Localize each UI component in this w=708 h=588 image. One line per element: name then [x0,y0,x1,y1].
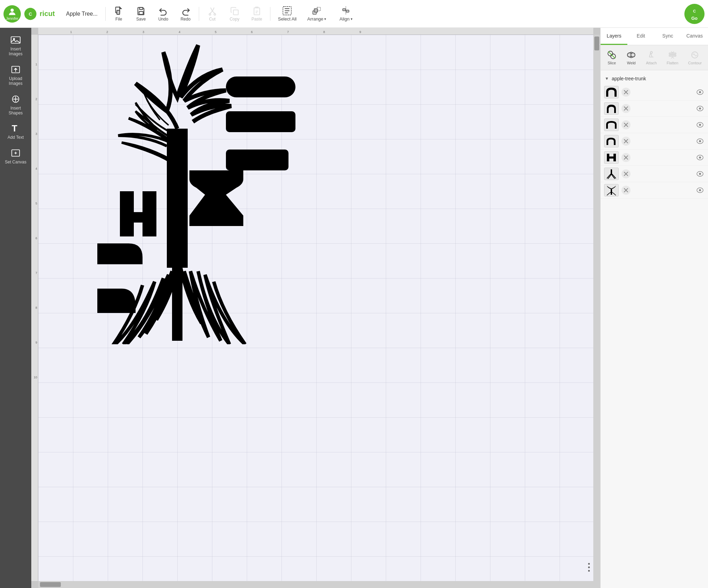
dot-3 [588,570,590,572]
svg-rect-35 [172,264,182,341]
svg-rect-17 [343,9,345,11]
svg-point-60 [699,173,701,175]
layer-x-icon-6[interactable] [621,169,630,178]
left-sidebar: InsertImages UploadImages InsertShapes T… [0,28,31,588]
svg-rect-18 [346,10,349,12]
layer-eye-icon-2[interactable] [695,104,705,113]
cut-button[interactable]: Cut [202,3,223,24]
weld-tool-button[interactable]: Weld [624,48,639,67]
sidebar-item-add-text[interactable]: T Add Text [2,120,30,143]
svg-point-22 [13,38,15,40]
layer-item-7[interactable] [601,182,708,199]
redo-button[interactable]: Redo [175,3,196,24]
user-name-label: Jennifer [6,17,18,21]
sidebar-insert-images-label: InsertImages [9,47,22,57]
canvas-content[interactable] [38,35,593,581]
layer-thumb-6 [604,168,619,180]
layer-x-icon-7[interactable] [621,186,630,195]
svg-rect-31 [226,150,288,170]
ruler-left: 1 2 3 4 5 6 7 8 9 10 [31,35,38,581]
canvas-area[interactable]: 1 2 3 4 5 6 7 8 9 1 2 3 4 5 6 7 8 9 10 [31,28,600,588]
select-all-button[interactable]: Select All [273,3,301,24]
sidebar-item-upload-images[interactable]: UploadImages [2,61,30,90]
select-all-label: Select All [278,16,296,22]
layer-item-3[interactable] [601,117,708,133]
tools-row: Slice Weld Attach [601,45,708,70]
flatten-label: Flatten [667,61,678,65]
save-button[interactable]: Save [131,3,152,24]
svg-text:T: T [12,123,17,134]
layer-item-2[interactable] [601,100,708,117]
arrange-button[interactable]: Arrange ▾ [303,3,331,24]
layer-eye-icon-7[interactable] [695,186,705,195]
layer-x-icon-5[interactable] [621,153,630,162]
svg-point-27 [15,152,16,154]
sidebar-set-canvas-label: Set Canvas [5,160,26,164]
copy-button[interactable]: Copy [224,3,245,24]
go-button[interactable]: C Go [684,4,705,24]
svg-rect-28 [167,129,188,268]
layer-eye-icon-5[interactable] [695,153,705,162]
toolbar-separator-2 [199,7,199,21]
scrollbar-right-thumb[interactable] [594,37,599,50]
file-label: File [115,17,122,22]
scrollbar-right[interactable] [593,35,600,588]
file-button[interactable]: File [108,3,129,24]
layer-item-1[interactable] [601,84,708,100]
user-avatar[interactable]: Jennifer [3,5,21,23]
layer-eye-icon-3[interactable] [695,120,705,129]
layer-item-6[interactable] [601,166,708,182]
three-dots-button[interactable] [585,557,593,578]
svg-rect-5 [117,10,120,14]
align-button[interactable]: Align ▾ [332,3,360,24]
sidebar-insert-shapes-label: InsertShapes [9,106,23,116]
svg-rect-6 [139,7,143,9]
svg-text:C: C [693,9,696,13]
flatten-tool-button[interactable]: Flatten [664,48,681,67]
layers-content: ▼ apple-tree-trunk [601,70,708,588]
layer-item-5[interactable] [601,150,708,166]
scrollbar-bottom-thumb[interactable] [40,582,61,587]
sidebar-item-insert-shapes[interactable]: InsertShapes [2,90,30,119]
right-panel: Layers Edit Sync Canvas Slice [600,28,708,588]
svg-point-52 [699,140,701,142]
layer-thumb-2 [604,102,619,115]
svg-rect-15 [314,9,318,12]
tab-sync[interactable]: Sync [654,28,681,45]
svg-point-46 [699,91,701,93]
group-name-label: apple-tree-trunk [612,76,646,81]
tab-edit[interactable]: Edit [627,28,654,45]
copy-label: Copy [230,17,239,22]
slice-tool-button[interactable]: Slice [604,48,619,67]
project-name[interactable]: Apple Tree... [66,11,98,17]
layer-group-header[interactable]: ▼ apple-tree-trunk [601,73,708,84]
contour-label: Contour [688,61,702,65]
layer-item-4[interactable] [601,133,708,150]
svg-rect-43 [669,55,676,56]
layer-x-icon-2[interactable] [621,104,630,113]
layer-x-icon-4[interactable] [621,137,630,146]
sidebar-item-set-canvas[interactable]: Set Canvas [2,144,30,168]
main-toolbar: Jennifer C ricut Apple Tree... File Save [0,0,708,28]
layer-eye-icon-6[interactable] [695,169,705,178]
svg-point-50 [699,124,701,126]
layer-x-icon-3[interactable] [621,120,630,129]
layer-eye-icon-1[interactable] [695,88,705,97]
svg-rect-30 [226,111,295,132]
paste-button[interactable]: Paste [246,3,267,24]
layer-thumb-1 [604,86,619,98]
svg-text:C: C [29,11,32,16]
contour-tool-button[interactable]: Contour [685,48,705,67]
sidebar-item-insert-images[interactable]: InsertImages [2,31,30,60]
scrollbar-bottom[interactable] [38,581,593,588]
tab-canvas[interactable]: Canvas [681,28,708,45]
align-label: Align ▾ [340,16,352,22]
weld-label: Weld [627,61,636,65]
ruler-top: 1 2 3 4 5 6 7 8 9 [38,28,593,35]
layer-eye-icon-4[interactable] [695,137,705,146]
undo-button[interactable]: Undo [153,3,174,24]
undo-label: Undo [158,17,168,22]
attach-tool-button[interactable]: Attach [643,48,660,67]
layer-x-icon-1[interactable] [621,88,630,97]
tab-layers[interactable]: Layers [601,28,627,45]
